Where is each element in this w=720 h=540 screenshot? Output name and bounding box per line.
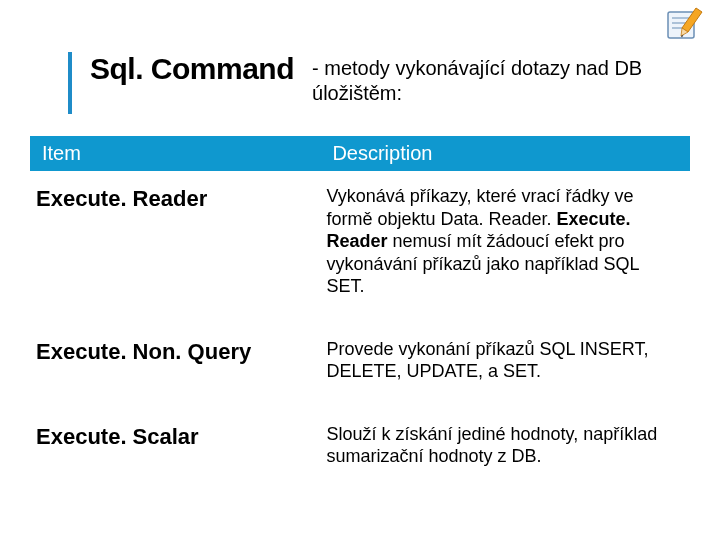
notepad-pencil-icon	[666, 6, 708, 42]
methods-table: Item Description Execute. Reader Vykonáv…	[30, 136, 690, 494]
table-row: Execute. Scalar Slouží k získání jediné …	[30, 409, 690, 494]
table-header-item: Item	[30, 136, 320, 171]
method-desc: Vykonává příkazy, které vrací řádky ve f…	[320, 171, 690, 324]
title-main: Sql. Command	[90, 52, 294, 86]
table-row: Execute. Reader Vykonává příkazy, které …	[30, 171, 690, 324]
method-desc: Slouží k získání jediné hodnoty, napříkl…	[320, 409, 690, 494]
table-header-desc: Description	[320, 136, 690, 171]
method-desc: Provede vykonání příkazů SQL INSERT, DEL…	[320, 324, 690, 409]
method-name: Execute. Scalar	[30, 409, 320, 494]
method-name: Execute. Reader	[30, 171, 320, 324]
table-row: Execute. Non. Query Provede vykonání pří…	[30, 324, 690, 409]
title-subtitle: - metody vykonávající dotazy nad DB úlož…	[312, 52, 680, 106]
method-name: Execute. Non. Query	[30, 324, 320, 409]
slide-title: Sql. Command - metody vykonávající dotaz…	[68, 52, 680, 114]
